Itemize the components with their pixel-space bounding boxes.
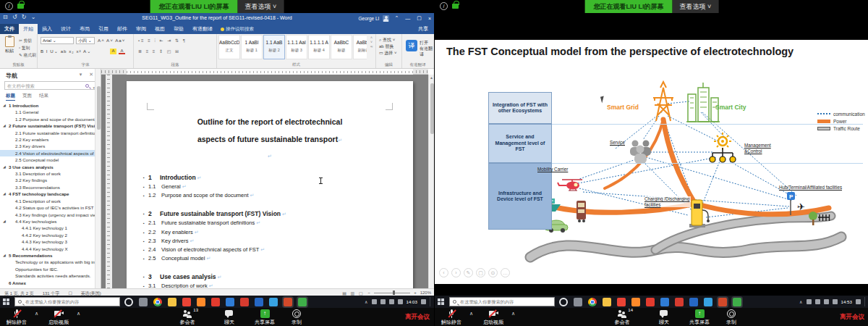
slide-control-button[interactable]: …: [501, 268, 510, 277]
record-button[interactable]: 录制: [718, 309, 744, 326]
expand-triangle-icon[interactable]: ◢: [3, 252, 6, 259]
video-options-chevron[interactable]: ∧: [511, 311, 515, 317]
taskbar-app-icon[interactable]: [733, 298, 741, 306]
paragraph-buttons-row1[interactable]: •≡ ≡ ⫶ ⇤ ⇥ ⇅ ¶: [138, 38, 187, 43]
nav-outline-item[interactable]: 4.4.4 Key technology X: [0, 246, 95, 252]
tab-help[interactable]: 帮助: [169, 24, 188, 34]
video-options-chevron[interactable]: ∧: [77, 311, 80, 317]
tray-icon[interactable]: [380, 299, 386, 304]
taskbar-app-icon[interactable]: [704, 298, 712, 306]
paragraph-buttons-row2[interactable]: ≣ ≡ ≡ ⇕ ◰ ⊞: [138, 49, 180, 54]
account-avatar[interactable]: [383, 15, 389, 22]
select-button[interactable]: ▭ 选择 ˅: [376, 50, 401, 57]
expand-triangle-icon[interactable]: ◢: [3, 218, 6, 225]
nav-outline-item[interactable]: ◢3 Use cases analysis: [0, 164, 95, 170]
taskbar-search-input[interactable]: 在这里输入你要搜索的内容: [449, 297, 555, 306]
nav-outline-item[interactable]: 1.2 Purpose and scope of the document: [0, 116, 95, 122]
taskbar-app-icon[interactable]: [197, 298, 205, 306]
participants-button[interactable]: 13 参会者: [171, 309, 204, 326]
nav-outline-item[interactable]: Opportunities for IEC.: [0, 266, 95, 272]
nav-outline-item[interactable]: 6 Annex: [0, 280, 95, 286]
slide-control-button[interactable]: ⊙: [488, 268, 498, 277]
highlight-color-button[interactable]: A: [110, 49, 116, 54]
zoom-out-button[interactable]: −: [368, 291, 371, 295]
style-card[interactable]: 1 AaBl标题 1: [241, 35, 263, 59]
taskbar-app-icon[interactable]: [675, 298, 684, 306]
zoom-in-button[interactable]: +: [414, 291, 417, 295]
find-button[interactable]: ⌕ 查找 ˅: [376, 37, 401, 43]
nav-tab-headings[interactable]: 标题: [6, 93, 15, 101]
minimize-button[interactable]: —: [404, 16, 412, 21]
youdao-translate-icon[interactable]: 译: [406, 40, 417, 51]
nav-outline-item[interactable]: 4.4.1 Key technology 1: [0, 225, 95, 231]
expand-triangle-icon[interactable]: ◢: [3, 164, 6, 170]
tab-references[interactable]: 引用: [94, 24, 113, 34]
navigation-pane-buttons[interactable]: ▾ ✕: [80, 72, 96, 78]
restore-button[interactable]: ▢: [415, 15, 423, 21]
font-size-select[interactable]: 小四 ⌄: [76, 37, 95, 44]
copy-button[interactable]: ▫ 复制: [19, 45, 30, 51]
taskbar-app-icon[interactable]: [298, 298, 307, 306]
taskbar-app-icon[interactable]: [124, 298, 133, 306]
taskbar-app-icon[interactable]: [617, 298, 626, 306]
tray-icon[interactable]: [856, 299, 861, 304]
view-options-button[interactable]: 查看选项 ˅: [238, 0, 284, 13]
start-button[interactable]: [3, 298, 9, 305]
taskbar-app-icon[interactable]: [153, 298, 162, 306]
slide-control-button[interactable]: ›: [451, 268, 461, 277]
taskbar-app-icon[interactable]: [689, 298, 698, 306]
expand-triangle-icon[interactable]: ◢: [3, 191, 6, 197]
nav-outline-item[interactable]: Technology or its applications with big …: [0, 259, 95, 265]
nav-tab-pages[interactable]: 页面: [22, 93, 32, 101]
style-card[interactable]: AaBbC副标题: [353, 35, 367, 59]
font-name-select[interactable]: Arial ⌄: [41, 37, 74, 44]
view-options-button[interactable]: 查看选项 ˅: [673, 0, 719, 13]
font-color-button[interactable]: A: [119, 49, 125, 54]
zoom-slider[interactable]: [374, 293, 410, 293]
nav-outline-item[interactable]: ◢2 Future sustainable transport (FST) Vi…: [0, 122, 95, 129]
taskbar-app-icon[interactable]: [646, 298, 655, 306]
taskbar-app-icon[interactable]: [660, 298, 669, 306]
tray-icon[interactable]: [824, 299, 829, 304]
nav-outline-item[interactable]: 2.3 Key drivers: [0, 143, 95, 149]
taskbar-clock[interactable]: 14:03: [407, 299, 417, 304]
tab-file[interactable]: 文件: [0, 24, 19, 34]
info-icon[interactable]: i: [440, 2, 448, 10]
leave-meeting-button[interactable]: 离开会议: [405, 313, 430, 322]
taskbar-app-icon[interactable]: [226, 298, 234, 306]
tab-home[interactable]: 开始: [19, 24, 38, 34]
tray-icon[interactable]: [421, 299, 426, 304]
share-screen-button[interactable]: ↑ 共享屏幕: [685, 309, 714, 326]
style-card[interactable]: 1.1 AaB标题 2: [263, 35, 285, 59]
tab-design[interactable]: 设计: [56, 24, 75, 34]
record-button[interactable]: 录制: [284, 309, 310, 326]
info-icon[interactable]: i: [5, 2, 13, 10]
nav-outline-item[interactable]: 4.4.2 Key technology 2: [0, 232, 95, 238]
nav-outline-item[interactable]: ◢1 Introduction: [0, 102, 95, 109]
audio-options-chevron[interactable]: ∧: [469, 311, 473, 317]
chat-button[interactable]: 聊天: [652, 309, 676, 326]
share-screen-button[interactable]: ↑ 共享屏幕: [250, 309, 279, 326]
nav-outline-item[interactable]: 2.4 Vision of electrotechnical aspects o…: [0, 150, 95, 156]
taskbar-app-icon[interactable]: [631, 298, 640, 306]
chat-button[interactable]: 聊天: [217, 309, 242, 326]
nav-outline-item[interactable]: 3.2 Key findings: [0, 177, 95, 183]
styles-gallery-arrows[interactable]: ˄˅≂: [368, 35, 375, 49]
tell-me-search[interactable]: 操作说明搜索: [217, 25, 258, 34]
style-card[interactable]: AaBbCcDc正文: [218, 35, 240, 59]
nav-outline-item[interactable]: ◢5 Recommendations: [0, 252, 95, 259]
font-style-buttons[interactable]: B I U⌄ ab x₂ x² A⌄: [41, 49, 91, 54]
ribbon-display-options-button[interactable]: ⌃: [393, 15, 400, 21]
taskbar-app-icon[interactable]: [559, 298, 568, 306]
zoom-level[interactable]: 120%: [420, 291, 431, 295]
taskbar-app-icon[interactable]: [284, 298, 292, 306]
show-desktop-button[interactable]: [864, 297, 866, 306]
tab-insert[interactable]: 插入: [38, 24, 56, 34]
view-mode-buttons[interactable]: ▤ ▥ ▢: [342, 291, 364, 296]
vertical-ruler[interactable]: [106, 75, 112, 288]
slide-control-button[interactable]: ▢: [476, 268, 485, 277]
nav-outline-item[interactable]: 2.2 Key enablers: [0, 136, 95, 143]
nav-outline-item[interactable]: 4.4.3 Key technology 3: [0, 238, 95, 245]
start-button[interactable]: [438, 298, 444, 305]
document-scrollbar[interactable]: ▲: [428, 75, 434, 288]
